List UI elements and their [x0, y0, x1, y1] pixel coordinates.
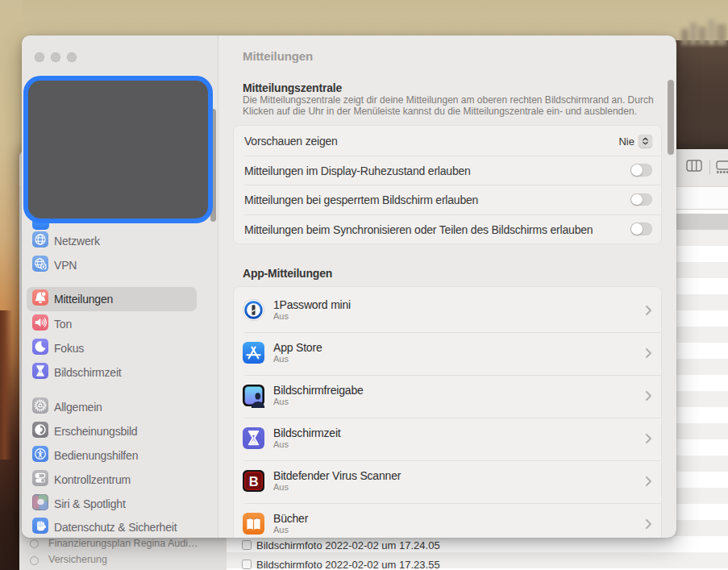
svg-text:B: B [249, 474, 259, 489]
